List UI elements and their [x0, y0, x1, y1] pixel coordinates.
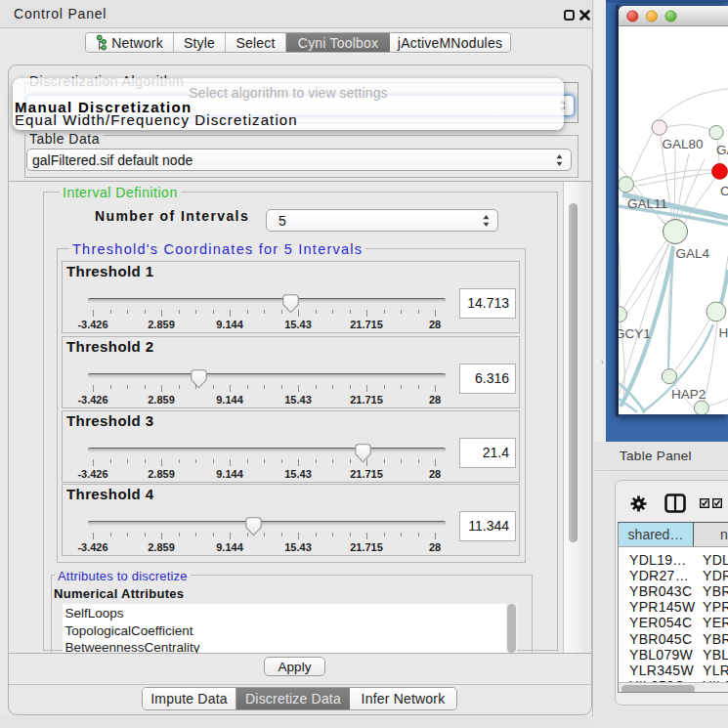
svg-text:GAL80: GAL80: [663, 137, 704, 151]
svg-text:GAL4: GAL4: [676, 246, 710, 261]
svg-text:H: H: [719, 325, 728, 340]
svg-text:GA: GA: [716, 143, 728, 157]
svg-text:GCY1: GCY1: [619, 326, 651, 341]
svg-text:C: C: [720, 184, 728, 198]
svg-text:GAL11: GAL11: [627, 196, 667, 211]
svg-text:HAP2: HAP2: [671, 387, 706, 402]
